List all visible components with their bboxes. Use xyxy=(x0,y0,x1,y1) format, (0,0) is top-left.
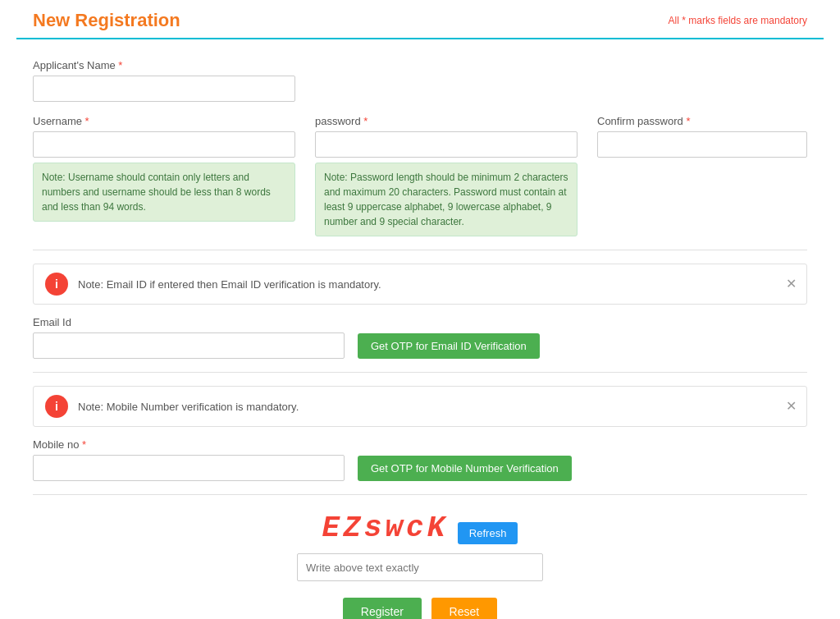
mobile-alert-icon: i xyxy=(45,395,68,418)
password-note: Note: Password length should be minimum … xyxy=(315,163,578,236)
mobile-group: Mobile no * Get OTP for Mobile Number Ve… xyxy=(33,438,807,481)
required-star: * xyxy=(116,59,123,71)
divider-1 xyxy=(33,250,807,250)
reset-button[interactable]: Reset xyxy=(431,598,498,619)
email-alert-box: i Note: Email ID if entered then Email I… xyxy=(33,264,807,305)
registration-form: Applicant's Name * Username * Note: User… xyxy=(16,59,824,619)
mobile-label: Mobile no * xyxy=(33,438,807,451)
captcha-text: EZswcK xyxy=(322,511,449,545)
email-group: Email Id Get OTP for Email ID Verificati… xyxy=(33,316,807,359)
confirm-password-input[interactable] xyxy=(597,131,807,158)
action-buttons: Register Reset xyxy=(33,598,807,619)
mobile-otp-button[interactable]: Get OTP for Mobile Number Verification xyxy=(358,456,572,481)
mobile-input[interactable] xyxy=(33,455,345,481)
email-label: Email Id xyxy=(33,316,807,328)
username-group: Username * Note: Username should contain… xyxy=(33,115,295,236)
captcha-display-row: EZswcK Refresh xyxy=(33,511,807,545)
email-alert-text: Note: Email ID if entered then Email ID … xyxy=(78,278,795,291)
captcha-input[interactable] xyxy=(297,553,543,581)
email-alert-icon: i xyxy=(45,273,68,296)
divider-2 xyxy=(33,372,807,373)
password-group: password * Note: Password length should … xyxy=(315,115,578,236)
email-input[interactable] xyxy=(33,332,345,359)
applicant-name-label: Applicant's Name * xyxy=(33,59,807,71)
divider-3 xyxy=(33,494,807,495)
username-input[interactable] xyxy=(33,131,295,158)
username-label: Username * xyxy=(33,115,295,127)
mandatory-note: All * marks fields are mandatory xyxy=(669,15,807,26)
credentials-row: Username * Note: Username should contain… xyxy=(33,115,807,236)
confirm-password-label: Confirm password * xyxy=(597,115,807,127)
register-button[interactable]: Register xyxy=(343,598,422,619)
mobile-alert-text: Note: Mobile Number verification is mand… xyxy=(78,401,795,413)
captcha-section: EZswcK Refresh xyxy=(33,511,807,581)
applicant-name-input[interactable] xyxy=(33,76,295,102)
captcha-refresh-button[interactable]: Refresh xyxy=(458,522,518,544)
email-alert-close-button[interactable]: ✕ xyxy=(786,277,797,291)
applicant-name-group: Applicant's Name * xyxy=(33,59,807,102)
username-note: Note: Username should contain only lette… xyxy=(33,163,295,222)
password-label: password * xyxy=(315,115,578,127)
captcha-input-row xyxy=(33,553,807,581)
confirm-password-group: Confirm password * xyxy=(597,115,807,236)
page-header: New Registration All * marks fields are … xyxy=(16,0,824,39)
password-input[interactable] xyxy=(315,131,578,158)
mobile-alert-close-button[interactable]: ✕ xyxy=(786,400,797,413)
mobile-row: Get OTP for Mobile Number Verification xyxy=(33,455,807,481)
page-title: New Registration xyxy=(33,10,180,31)
mobile-alert-box: i Note: Mobile Number verification is ma… xyxy=(33,386,807,427)
email-otp-button[interactable]: Get OTP for Email ID Verification xyxy=(358,333,540,359)
email-row: Get OTP for Email ID Verification xyxy=(33,332,807,359)
